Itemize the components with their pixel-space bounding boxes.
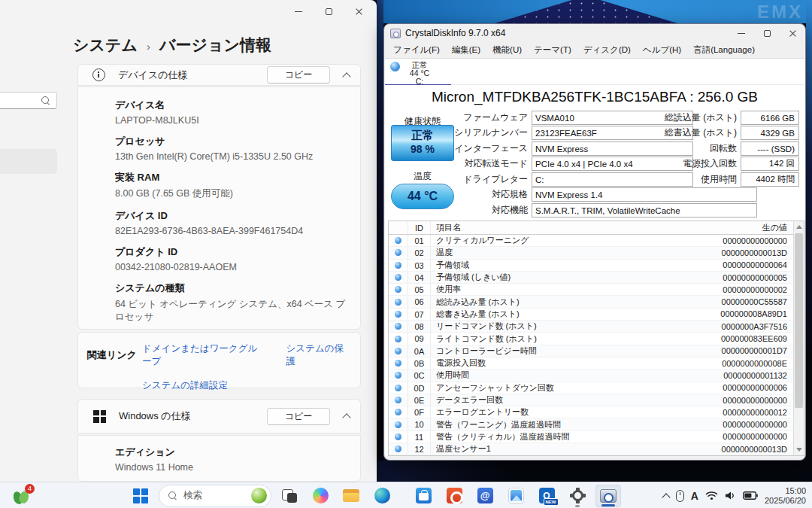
maximize-button[interactable] [314, 0, 344, 23]
smart-row[interactable]: 03 予備領域 00000000000064 [389, 260, 793, 272]
smart-row[interactable]: 08 リードコマンド数 (ホスト) 0000000A3F7516 [389, 321, 793, 333]
settings-search-input[interactable] [0, 92, 57, 109]
close-button[interactable] [344, 0, 374, 23]
smart-row[interactable]: 0A コントローラービジー時間 000000000001D7 [389, 345, 793, 357]
status-dot-icon [395, 409, 401, 415]
row-raw-value: 00000000001132 [680, 371, 793, 380]
smart-row[interactable]: 0B 電源投入回数 0000000000008E [389, 357, 793, 370]
menu-item[interactable]: テーマ(T) [528, 44, 577, 56]
smart-row[interactable]: 09 ライトコマンド数 (ホスト) 000000083EE609 [389, 333, 793, 345]
copy-device-spec-button[interactable]: コピー [267, 66, 330, 84]
mouse-tray-icon[interactable] [676, 490, 684, 502]
disk-tab-text: 正常 44 °C C: [395, 61, 444, 86]
smart-row[interactable]: 05 使用率 00000000000002 [389, 284, 793, 296]
scrollbar-thumb[interactable] [795, 233, 803, 408]
row-name: リードコマンド数 (ホスト) [431, 321, 680, 332]
disk-info-value: ---- (SSD) [741, 141, 799, 156]
clock-time: 15:00 [765, 486, 806, 496]
close-button[interactable] [780, 25, 805, 42]
chevron-up-icon[interactable] [342, 72, 350, 81]
row-status-cell [389, 296, 408, 307]
row-name: 温度 [431, 247, 680, 258]
status-dot-icon [395, 433, 401, 440]
row-id: 07 [408, 309, 431, 320]
edge-button[interactable] [369, 485, 395, 507]
status-dot-icon [395, 299, 401, 306]
row-id: 0B [408, 357, 431, 369]
row-raw-value: 00000000000006 [680, 383, 793, 392]
orange-app-button[interactable] [441, 485, 467, 507]
menu-item[interactable]: 編集(E) [446, 44, 486, 56]
smart-row[interactable]: 0F エラーログエントリー数 00000000000012 [389, 406, 793, 418]
taskbar-overflow-app[interactable]: 4 [12, 486, 33, 506]
sidebar-item-selected[interactable] [0, 149, 57, 174]
smart-row[interactable]: 02 温度 0000000000013D [389, 247, 793, 259]
row-raw-value: 00000000000005 [680, 273, 793, 282]
row-name: 温度センサー1 [431, 443, 680, 455]
disk-info-value: S.M.A.R.T., TRIM, VolatileWriteCache [532, 203, 757, 217]
breadcrumb-parent[interactable]: システム [73, 35, 138, 56]
store-button[interactable] [411, 485, 436, 507]
start-button[interactable] [128, 485, 153, 507]
menu-item[interactable]: ディスク(D) [577, 44, 637, 56]
smart-table-header: ID 項目名 生の値 [389, 221, 804, 235]
related-link[interactable]: システムの保護 [286, 342, 348, 368]
smart-row[interactable]: 06 総読み込み量 (ホスト) 00000000C55587 [389, 296, 793, 308]
minimize-button[interactable] [729, 25, 754, 42]
row-name: 警告（ワーニング）温度超過時間 [431, 419, 680, 430]
smart-row[interactable]: 0C 使用時間 00000000001132 [389, 370, 793, 382]
taskbar: 4 検索 @ O NEW [0, 482, 812, 508]
menu-item[interactable]: ファイル(F) [387, 44, 446, 56]
related-link[interactable]: ドメインまたはワークグループ [142, 342, 267, 368]
smart-rows: 01 クリティカルワーニング 00000000000000 02 温度 0000… [389, 235, 804, 456]
related-link-advanced[interactable]: システムの詳細設定 [142, 380, 228, 391]
disk-info-label: 使用時間 [595, 173, 741, 186]
smart-row[interactable]: 0E データエラー回数 00000000000000 [389, 394, 793, 406]
smart-row[interactable]: 10 警告（ワーニング）温度超過時間 00000000000000 [389, 418, 793, 430]
disk-info-row: 対応機能 S.M.A.R.T., TRIM, VolatileWriteCach… [385, 203, 757, 217]
chevron-up-icon[interactable] [342, 413, 350, 421]
crystaldiskinfo-taskbar-button[interactable] [595, 485, 621, 507]
copy-windows-spec-button[interactable]: コピー [267, 408, 330, 425]
smart-row[interactable]: 0D アンセーフシャットダウン回数 00000000000006 [389, 382, 793, 394]
photos-app-button[interactable] [503, 485, 529, 507]
copilot-button[interactable] [308, 485, 333, 507]
maximize-button[interactable] [754, 25, 780, 42]
maximize-icon [764, 30, 771, 37]
wifi-icon[interactable] [705, 491, 718, 500]
clock-date: 2025/06/20 [765, 496, 806, 506]
outlook-button[interactable]: O NEW [534, 485, 559, 507]
smart-row[interactable]: 04 予備領域 (しきい値) 00000000000005 [389, 272, 793, 284]
smart-row[interactable]: 12 温度センサー1 0000000000013D [389, 443, 793, 455]
smart-table-scrollbar[interactable] [793, 221, 804, 455]
row-name: 使用率 [431, 284, 680, 295]
device-spec-field: プロダクト ID 00342-21080-02819-AAOEM [115, 245, 348, 272]
row-name: コントローラービジー時間 [431, 345, 680, 357]
smart-row[interactable]: 07 総書き込み量 (ホスト) 000000008A89D1 [389, 309, 793, 321]
smart-row[interactable]: 11 警告（クリティカル）温度超過時間 00000000000000 [389, 431, 793, 443]
taskbar-clock[interactable]: 15:00 2025/06/20 [765, 486, 806, 506]
mail-app-button[interactable]: @ [472, 485, 498, 507]
menu-item[interactable]: ヘルプ(H) [637, 44, 687, 56]
desktop-wallpaper-top: EMX [377, 0, 812, 23]
task-view-button[interactable] [277, 485, 302, 507]
menu-item[interactable]: 機能(U) [486, 44, 528, 56]
status-dot-icon [395, 372, 401, 379]
volume-icon[interactable] [725, 491, 736, 500]
smart-row[interactable]: 01 クリティカルワーニング 00000000000000 [389, 235, 793, 247]
battery-icon[interactable] [743, 491, 758, 500]
ime-indicator[interactable]: A [691, 490, 698, 502]
settings-app-button[interactable] [565, 485, 590, 507]
row-id: 01 [408, 235, 431, 246]
disk-info-row: 電源投入回数 142 回 [595, 157, 799, 171]
taskbar-search[interactable]: 検索 [159, 485, 271, 507]
windows-spec-card-header[interactable]: Windows の仕様 コピー [77, 399, 361, 433]
menu-item[interactable]: 言語(Language) [687, 44, 761, 56]
row-name: 予備領域 (しきい値) [431, 272, 680, 283]
device-spec-card-header[interactable]: デバイスの仕様 コピー [77, 64, 361, 86]
file-explorer-button[interactable] [338, 485, 364, 507]
cdi-disk-tabstrip: 正常 44 °C C: [385, 58, 804, 85]
disk-tab-c[interactable]: 正常 44 °C C: [385, 59, 451, 86]
minimize-button[interactable] [283, 0, 314, 23]
tray-chevron-up-icon[interactable] [662, 493, 670, 501]
